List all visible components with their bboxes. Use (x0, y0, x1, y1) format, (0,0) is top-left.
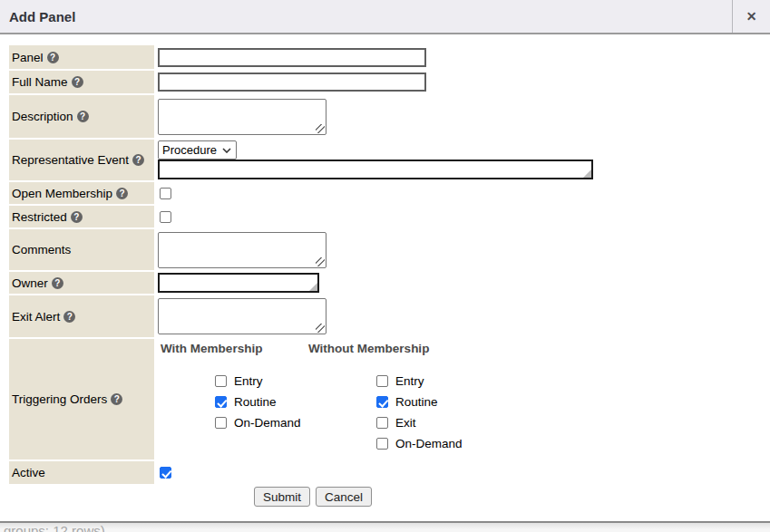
form-row-panel: Panel ? (9, 45, 770, 69)
help-icon[interactable]: ? (111, 393, 122, 405)
without-membership-options: Entry Routine Exit On-Demand (376, 371, 463, 454)
exit-alert-field-label: Exit Alert ? (9, 295, 154, 337)
submit-button[interactable]: Submit (254, 487, 310, 507)
without-exit-checkbox[interactable] (376, 417, 388, 429)
help-icon[interactable]: ? (52, 277, 63, 289)
help-icon[interactable]: ? (47, 52, 59, 63)
add-panel-form: Panel ? Full Name ? Description ? (9, 45, 770, 507)
dialog-header: Add Panel ✕ (0, 0, 770, 34)
active-checkbox[interactable] (160, 467, 171, 479)
form-row-representative-event: Representative Event ? Procedure (9, 140, 770, 180)
form-row-triggering-orders: Triggering Orders ? With Membership With… (9, 339, 770, 459)
owner-label-text: Owner (12, 276, 48, 290)
description-textarea[interactable] (158, 99, 327, 135)
option-label: On-Demand (234, 416, 301, 430)
with-entry-option[interactable]: Entry (215, 371, 317, 392)
option-label: Routine (395, 395, 438, 409)
active-label-text: Active (12, 466, 45, 479)
form-row-description: Description ? (9, 95, 770, 138)
panel-field-label: Panel ? (9, 45, 154, 69)
with-routine-checkbox[interactable] (215, 396, 227, 408)
with-membership-options: Entry Routine On-Demand (215, 371, 317, 454)
form-row-active: Active (9, 461, 770, 484)
help-icon[interactable]: ? (72, 76, 83, 88)
option-label: Routine (234, 395, 277, 409)
exit-alert-textarea[interactable] (158, 298, 327, 334)
form-row-restricted: Restricted ? (9, 206, 770, 227)
with-membership-header: With Membership (161, 342, 308, 355)
with-entry-checkbox[interactable] (215, 375, 227, 387)
comments-label-text: Comments (12, 243, 71, 256)
open-membership-label-text: Open Membership (12, 187, 112, 200)
without-routine-checkbox[interactable] (376, 396, 388, 408)
exit-alert-label-text: Exit Alert (12, 310, 60, 324)
with-routine-option[interactable]: Routine (215, 392, 317, 412)
full-name-label-text: Full Name (12, 75, 68, 89)
background-page-text: groups: 12 rows) (4, 523, 770, 532)
restricted-field-label: Restricted ? (9, 206, 154, 227)
active-field-label: Active (9, 461, 154, 484)
add-panel-dialog: Add Panel ✕ Panel ? Full Name ? (0, 0, 770, 507)
form-row-full-name: Full Name ? (9, 71, 770, 93)
representative-event-label-text: Representative Event (12, 153, 129, 167)
without-exit-option[interactable]: Exit (376, 412, 463, 433)
select-value-text: Procedure (162, 143, 217, 157)
option-label: Entry (395, 374, 424, 388)
option-label: Entry (234, 374, 263, 388)
without-on-demand-checkbox[interactable] (376, 438, 388, 450)
comments-textarea[interactable] (158, 232, 327, 268)
comments-field-label: Comments (9, 229, 154, 270)
representative-event-field-label: Representative Event ? (9, 140, 154, 180)
with-on-demand-checkbox[interactable] (215, 417, 227, 429)
help-icon[interactable]: ? (116, 188, 128, 199)
option-label: Exit (395, 416, 416, 430)
cancel-button[interactable]: Cancel (316, 487, 372, 507)
without-entry-checkbox[interactable] (376, 375, 388, 387)
help-icon[interactable]: ? (132, 154, 144, 166)
without-membership-header: Without Membership (308, 342, 429, 355)
help-icon[interactable]: ? (77, 111, 89, 122)
form-buttons: Submit Cancel (254, 487, 770, 507)
without-on-demand-option[interactable]: On-Demand (376, 433, 463, 454)
panel-label-text: Panel (12, 51, 44, 64)
form-row-open-membership: Open Membership ? (9, 182, 770, 204)
full-name-field-label: Full Name ? (9, 71, 154, 93)
chevron-down-icon (222, 148, 231, 153)
owner-field-label: Owner ? (9, 272, 154, 294)
representative-event-input[interactable] (158, 160, 593, 179)
close-icon: ✕ (746, 9, 757, 24)
restricted-checkbox[interactable] (160, 211, 171, 223)
option-label: On-Demand (395, 437, 463, 450)
triggering-orders-label-text: Triggering Orders (12, 392, 107, 406)
triggering-orders-field-label: Triggering Orders ? (9, 339, 154, 459)
with-on-demand-option[interactable]: On-Demand (215, 412, 317, 433)
full-name-input[interactable] (158, 73, 426, 92)
dialog-title: Add Panel (0, 9, 75, 24)
description-label-text: Description (12, 110, 73, 123)
form-row-comments: Comments (9, 229, 770, 270)
without-routine-option[interactable]: Routine (376, 392, 463, 412)
close-button[interactable]: ✕ (732, 0, 770, 33)
restricted-label-text: Restricted (12, 210, 67, 224)
help-icon[interactable]: ? (71, 211, 83, 223)
panel-input[interactable] (158, 48, 426, 67)
owner-input[interactable] (158, 273, 319, 293)
form-row-exit-alert: Exit Alert ? (9, 295, 770, 337)
open-membership-checkbox[interactable] (160, 188, 171, 199)
without-entry-option[interactable]: Entry (376, 371, 463, 392)
help-icon[interactable]: ? (63, 311, 75, 323)
description-field-label: Description ? (9, 95, 154, 138)
form-row-owner: Owner ? (9, 272, 770, 294)
representative-event-type-select[interactable]: Procedure (158, 140, 237, 160)
open-membership-field-label: Open Membership ? (9, 182, 154, 204)
dimmed-background-page: groups: 12 rows) (0, 521, 770, 532)
